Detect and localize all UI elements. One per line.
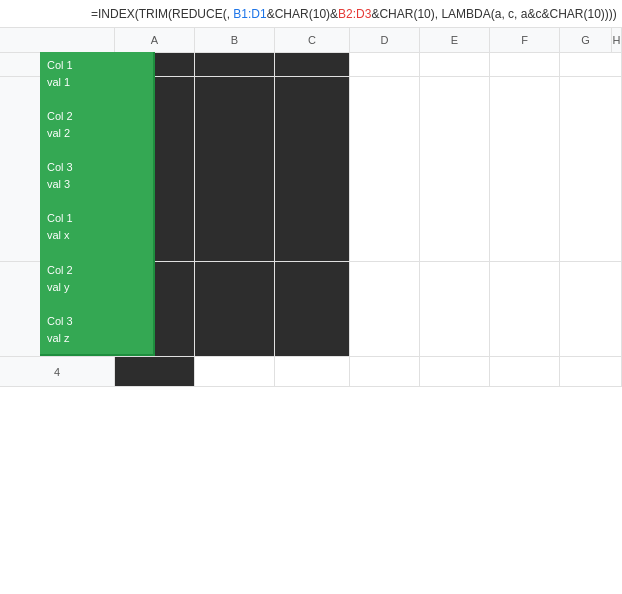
cell-g4[interactable] [490, 357, 560, 386]
cell-f2[interactable] [420, 77, 490, 261]
cell-c1[interactable] [195, 53, 275, 76]
col-header-c[interactable]: B [195, 28, 275, 52]
green-cell-line: val 3 [47, 178, 70, 190]
cell-d2[interactable] [275, 77, 350, 261]
cell-d4[interactable] [275, 357, 350, 386]
cell-b4[interactable] [115, 357, 195, 386]
col-header-more[interactable]: H [612, 28, 622, 52]
cell-h2[interactable] [560, 77, 622, 261]
cell-g2[interactable] [490, 77, 560, 261]
col-header-h[interactable]: G [560, 28, 612, 52]
green-cell-line: Col 2 [47, 264, 73, 276]
green-cell-line: Col 1 [47, 59, 73, 71]
col-header-e[interactable]: D [350, 28, 420, 52]
cell-f1[interactable] [420, 53, 490, 76]
row-num-4: 4 [0, 357, 115, 386]
cell-e2[interactable] [350, 77, 420, 261]
cell-c2[interactable] [195, 77, 275, 261]
cell-d1[interactable] [275, 53, 350, 76]
green-cell-line: val z [47, 332, 70, 344]
cell-e1[interactable] [350, 53, 420, 76]
cell-e3[interactable] [350, 262, 420, 356]
formula-bar: =INDEX(TRIM(REDUCE(, B1:D1&CHAR(10)&B2:D… [0, 0, 622, 28]
formula-equals: =INDEX(TRIM(REDUCE(, [91, 7, 233, 21]
green-cell-line: Col 3 [47, 315, 73, 327]
formula-amp1: &CHAR(10)& [267, 7, 338, 21]
formula-amp2: &CHAR(10), LAMBDA(a, c, a&c&CHAR(10))))) [371, 7, 616, 21]
cell-f3[interactable] [420, 262, 490, 356]
green-cell-line: val 1 [47, 76, 70, 88]
cell-d3[interactable] [275, 262, 350, 356]
cell-h1[interactable] [560, 53, 622, 76]
cell-h4[interactable] [560, 357, 622, 386]
column-headers: A B C D E F G H [0, 28, 622, 53]
formula-ref-blue: B1:D1 [233, 7, 266, 21]
col-header-g[interactable]: F [490, 28, 560, 52]
green-cell-line: Col 1 [47, 212, 73, 224]
green-cell-line: val 2 [47, 127, 70, 139]
green-cell-line: Col 3 [47, 161, 73, 173]
green-cell-line: val x [47, 229, 70, 241]
cell-c4[interactable] [195, 357, 275, 386]
cell-e4[interactable] [350, 357, 420, 386]
cell-a1-result[interactable]: Col 1val 1Col 2val 2Col 3val 3Col 1val x… [40, 52, 155, 356]
formula-text[interactable]: =INDEX(TRIM(REDUCE(, B1:D1&CHAR(10)&B2:D… [83, 7, 616, 21]
row-4: 4 [0, 357, 622, 387]
cell-g1[interactable] [490, 53, 560, 76]
col-header-b[interactable]: A [115, 28, 195, 52]
green-cell-line: Col 2 [47, 110, 73, 122]
corner-header [0, 28, 115, 52]
col-header-d[interactable]: C [275, 28, 350, 52]
cell-c3[interactable] [195, 262, 275, 356]
green-cell-line: val y [47, 281, 70, 293]
col-header-f[interactable]: E [420, 28, 490, 52]
cell-f4[interactable] [420, 357, 490, 386]
cell-h3[interactable] [560, 262, 622, 356]
cell-g3[interactable] [490, 262, 560, 356]
formula-ref-red: B2:D3 [338, 7, 371, 21]
